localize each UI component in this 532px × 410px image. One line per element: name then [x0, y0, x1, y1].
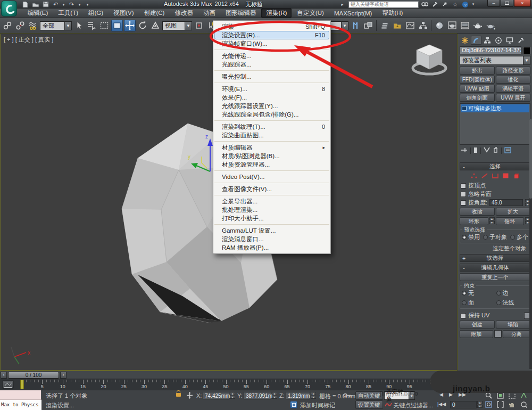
search-icon[interactable]	[421, 1, 429, 8]
isolate-selection-icon[interactable]	[290, 401, 297, 408]
schematic-view-icon[interactable]	[417, 20, 429, 31]
maximize-button[interactable]	[501, 0, 513, 7]
shrink-button[interactable]: 收缩	[460, 208, 495, 216]
transform-type-in-icon[interactable]	[186, 392, 193, 399]
render-menu-item[interactable]: 渲染设置(R)... F10	[214, 31, 329, 39]
modifier-preset-button[interactable]: 挤出	[460, 67, 495, 75]
help-icon[interactable]: ?	[461, 1, 469, 8]
search-input[interactable]	[348, 1, 419, 8]
x-spinner[interactable]: ▲▼	[230, 392, 235, 399]
layer-manager-icon[interactable]	[379, 20, 390, 31]
render-menu-item[interactable]: RAM 播放器(P)...	[214, 243, 329, 252]
z-coordinate-field[interactable]: 1.319mm	[286, 392, 310, 399]
undo-flyout-icon[interactable]: ▾	[62, 1, 65, 8]
border-subobject-icon[interactable]	[492, 173, 499, 180]
go-to-start-icon[interactable]: |◀◀	[437, 401, 446, 407]
subscription-icon[interactable]	[431, 1, 439, 8]
vertex-subobject-icon[interactable]	[470, 173, 478, 180]
select-and-link-icon[interactable]	[2, 20, 13, 31]
tab-utilities-icon[interactable]	[516, 36, 526, 45]
make-unique-icon[interactable]	[484, 147, 490, 154]
menubar-item[interactable]: 渲染(R)	[261, 9, 292, 18]
render-menu-item[interactable]: 渲染帧窗口(W)...	[214, 39, 329, 50]
detach-button[interactable]: 分离	[503, 330, 530, 338]
rollout-selection[interactable]: - 选择	[460, 162, 530, 170]
object-name-field[interactable]: Obj3d66-723107-14-377	[460, 46, 521, 54]
previous-frame-button[interactable]: ‹	[1, 372, 7, 379]
tab-display-icon[interactable]	[504, 36, 515, 45]
mirror-icon[interactable]	[350, 20, 361, 31]
use-pivot-center-icon[interactable]	[193, 20, 205, 31]
graphite-modeling-icon[interactable]: +	[392, 20, 403, 31]
constraint-normal-option[interactable]: 法线	[496, 299, 529, 307]
render-setup-icon[interactable]	[446, 20, 458, 31]
grow-button[interactable]: 扩大	[496, 208, 531, 216]
menubar-item[interactable]: 修改器	[170, 9, 198, 18]
modifier-preset-button[interactable]: 倒角剖面	[460, 94, 495, 102]
select-by-name-icon[interactable]	[86, 20, 97, 31]
set-key-mode-icon[interactable]	[343, 392, 352, 398]
view-cube[interactable]	[406, 42, 455, 79]
maxscript-macro-recorder[interactable]	[0, 390, 41, 400]
x-coordinate-field[interactable]: 74.425mm	[203, 392, 229, 399]
modifier-list-dropdown[interactable]: 修改器列表 ▼	[460, 56, 530, 65]
render-menu-item[interactable]: 光线跟踪器设置(Y)...	[214, 102, 329, 110]
render-menu-item[interactable]: 全景导出器...	[214, 197, 329, 206]
panel-scrollbar[interactable]	[529, 119, 532, 369]
search-expand-icon[interactable]: ▸	[338, 1, 346, 8]
rendered-frame-window-icon[interactable]	[459, 20, 471, 31]
menubar-item[interactable]: 自定义(U)	[292, 9, 328, 18]
modifier-preset-button[interactable]: 锥化	[496, 76, 531, 84]
unlink-selection-icon[interactable]	[14, 20, 26, 31]
communication-icon[interactable]	[441, 1, 449, 8]
app-logo-icon[interactable]	[1, 1, 17, 17]
window-crossing-toggle-icon[interactable]	[111, 20, 123, 31]
menubar-item[interactable]: 工具(T)	[53, 9, 83, 18]
pan-hand-icon[interactable]	[509, 401, 516, 408]
select-and-scale-icon[interactable]	[149, 20, 161, 31]
redo-flyout-icon[interactable]: ▾	[78, 1, 81, 8]
tab-hierarchy-icon[interactable]	[482, 36, 493, 45]
next-frame-button[interactable]: ›	[60, 372, 66, 379]
select-and-rotate-icon[interactable]	[137, 20, 148, 31]
ring-button[interactable]: 环形	[460, 217, 488, 225]
render-menu-item[interactable]: 查看图像文件(V)...	[214, 185, 329, 195]
menubar-item[interactable]: 组(G)	[84, 9, 108, 18]
render-menu-item[interactable]: 批处理渲染...	[214, 206, 329, 214]
time-configuration-icon[interactable]	[485, 401, 492, 408]
open-file-icon[interactable]	[31, 1, 39, 8]
close-button[interactable]: ×	[514, 0, 531, 7]
rollout-edit-geometry[interactable]: - 编辑几何体	[460, 264, 530, 272]
tab-motion-icon[interactable]	[493, 36, 504, 45]
menubar-item[interactable]: MAXScript(M)	[329, 10, 377, 17]
loop-button[interactable]: 循环	[496, 217, 525, 225]
constraint-face-option[interactable]: 面	[462, 299, 494, 307]
render-menu-item[interactable]: Video Post(V)...	[214, 173, 329, 183]
render-menu-item[interactable]: 材质/贴图浏览器(B)...	[214, 152, 329, 160]
render-menu-item[interactable]: 渲染 Shift+Q	[214, 22, 329, 31]
viewport-label[interactable]: [ + ] [ 正交 ] [ 真实 ]	[4, 36, 53, 44]
y-coordinate-field[interactable]: 3877.091m	[244, 392, 271, 399]
favorites-icon[interactable]: ☆	[451, 1, 459, 8]
set-key-button[interactable]: 设置关键点	[355, 400, 383, 409]
curve-editor-icon[interactable]	[404, 20, 416, 31]
panel-scrollbar-thumb[interactable]	[529, 119, 532, 199]
time-slider-handle[interactable]: 0 / 100	[8, 372, 59, 379]
qat-options-icon[interactable]: ▾	[84, 1, 92, 8]
configure-modifier-sets-icon[interactable]	[504, 147, 511, 154]
constraint-none-option[interactable]: 无	[462, 289, 494, 297]
object-color-swatch[interactable]	[523, 47, 530, 54]
select-and-move-icon[interactable]	[124, 20, 136, 31]
save-file-icon[interactable]	[41, 1, 49, 8]
menubar-item[interactable]: 图形编辑器	[221, 9, 261, 18]
render-menu-item[interactable]: 材质资源管理器...	[214, 160, 329, 171]
render-production-icon[interactable]	[472, 20, 484, 31]
by-angle-checkbox[interactable]	[461, 200, 466, 206]
render-menu-item[interactable]: 渲染到纹理(T)... 0	[214, 122, 329, 131]
menubar-item[interactable]: 动画	[198, 9, 220, 18]
modifier-preset-button[interactable]: UVW 贴图	[460, 85, 495, 93]
selection-bracket-icon[interactable]	[497, 401, 504, 408]
render-menu-item[interactable]: 渲染消息窗口...	[214, 235, 329, 243]
reference-coordinate-dropdown[interactable]: 视图 ▼	[162, 21, 192, 30]
undo-icon[interactable]: ↶	[52, 1, 60, 8]
